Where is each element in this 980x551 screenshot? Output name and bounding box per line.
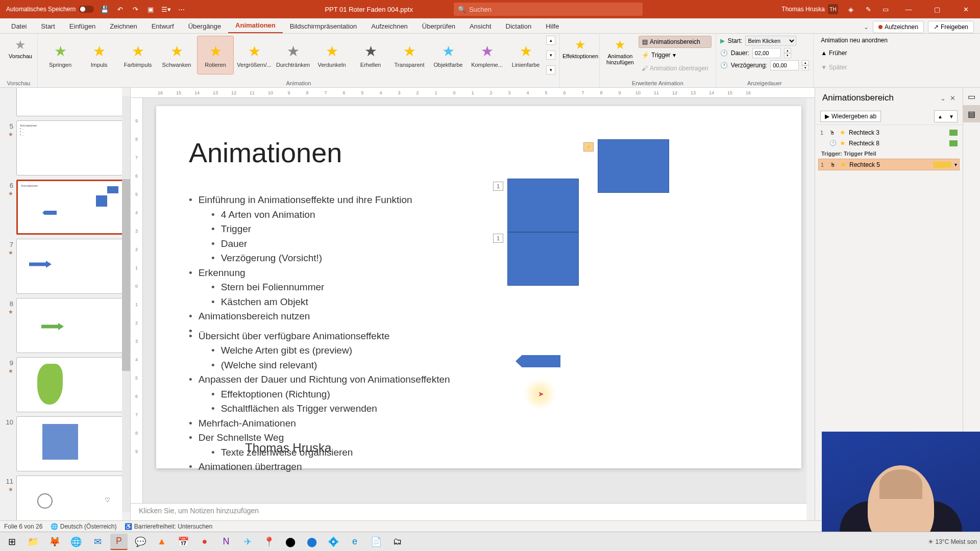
animation-item[interactable]: 🕐★Rechteck 8: [818, 138, 960, 148]
tab-bildschirm[interactable]: Bildschirmpräsentation: [283, 19, 364, 33]
telegram-icon[interactable]: ✈: [239, 534, 256, 550]
animation-item[interactable]: 1🖱★Rechteck 5▾: [818, 159, 960, 170]
tab-datei[interactable]: Datei: [4, 19, 34, 33]
slide-thumbnails[interactable]: 5★Animationen• ...• ...• ... 6★Animation…: [0, 88, 131, 520]
undo-icon[interactable]: ↶: [115, 5, 125, 14]
touch-icon[interactable]: ☰▾: [161, 5, 170, 14]
thumb-9[interactable]: [16, 357, 126, 412]
window-icon[interactable]: ▭: [881, 5, 890, 14]
slide[interactable]: Animationen Einführung in Animationseffe…: [156, 106, 801, 468]
obs-icon[interactable]: ⬤: [282, 534, 299, 550]
tab-zeichnen[interactable]: Zeichnen: [103, 19, 144, 33]
shape-rechteck-3[interactable]: [598, 139, 669, 193]
qat-more-icon[interactable]: ⋯: [177, 5, 186, 14]
effect-schwanken[interactable]: ★Schwanken: [158, 36, 195, 74]
edge-icon[interactable]: e: [346, 534, 363, 550]
anim-tag-1b[interactable]: 1: [493, 234, 503, 243]
play-from-button[interactable]: ▶Wiedergeben ab: [820, 111, 881, 122]
transfer-animation-button[interactable]: 🖌Animation übertragen: [639, 62, 712, 74]
thumb-6[interactable]: Animationen: [16, 180, 126, 235]
slide-title[interactable]: Animationen: [189, 137, 342, 168]
vlc-icon[interactable]: ▲: [153, 534, 170, 550]
anim-tag-1a[interactable]: 1: [493, 182, 503, 191]
thumb-4[interactable]: [16, 88, 126, 116]
present-icon[interactable]: ▣: [146, 5, 155, 14]
app-icon-1[interactable]: 💬: [132, 534, 149, 550]
autosave-toggle[interactable]: Automatisches Speichern: [6, 6, 94, 13]
vertical-ruler[interactable]: 9876543210123456789: [131, 98, 143, 503]
tab-entwurf[interactable]: Entwurf: [144, 19, 181, 33]
slide-canvas-area[interactable]: Animationen Einführung in Animationseffe…: [143, 98, 815, 503]
app-icon-5[interactable]: 💠: [325, 534, 342, 550]
explorer-icon[interactable]: 📁: [24, 534, 42, 550]
onenote-icon[interactable]: N: [217, 534, 235, 550]
sketch-icon[interactable]: ✎: [864, 5, 873, 14]
save-icon[interactable]: 💾: [100, 5, 109, 14]
powerpoint-icon[interactable]: P: [110, 534, 128, 550]
thumb-7[interactable]: [16, 239, 126, 294]
collapse-ribbon-icon[interactable]: ⌄: [864, 23, 869, 31]
earlier-button[interactable]: ▲Früher: [818, 47, 891, 59]
side-tab-animation[interactable]: ▤: [963, 105, 980, 122]
gallery-up-button[interactable]: ▴: [546, 36, 555, 45]
tab-animationen[interactable]: Animationen: [228, 18, 283, 33]
record-button[interactable]: Aufzeichnen: [873, 21, 924, 33]
record-app-icon[interactable]: ⬤: [303, 534, 321, 550]
effect-objektfarbe[interactable]: ★Objektfarbe: [430, 36, 467, 74]
later-button[interactable]: ▼Später: [818, 61, 891, 73]
effect-verdunkeln[interactable]: ★Verdunkeln: [313, 36, 350, 74]
tab-ueberpruefen[interactable]: Überprüfen: [415, 19, 462, 33]
shape-rechteck-8a[interactable]: [507, 179, 579, 232]
tab-ansicht[interactable]: Ansicht: [462, 19, 499, 33]
thumb-10[interactable]: [16, 416, 126, 471]
tab-dictation[interactable]: Dictation: [499, 19, 539, 33]
effect-linienfarbe[interactable]: ★Linienfarbe: [507, 36, 544, 74]
app-icon-4[interactable]: 📍: [260, 534, 278, 550]
move-up-button[interactable]: ▲: [935, 111, 946, 122]
effect-farbimpuls[interactable]: ★Farbimpuls: [119, 36, 156, 74]
weather-widget[interactable]: ☀ 13°C Meist son: [928, 538, 977, 545]
effect-erhellen[interactable]: ★Erhellen: [352, 36, 389, 74]
slide-body[interactable]: Einführung in Animationseffekte und ihre…: [189, 193, 450, 474]
minimize-button[interactable]: —: [898, 2, 919, 16]
animation-item[interactable]: 1🖱★Rechteck 3: [818, 127, 960, 138]
start-select[interactable]: Beim Klicken: [745, 36, 796, 46]
editor-vertical-scrollbar[interactable]: [806, 98, 815, 520]
user-account[interactable]: Thomas Hruska TH: [781, 4, 838, 14]
diamond-icon[interactable]: ◈: [846, 5, 855, 14]
preview-button[interactable]: ★ Vorschau: [4, 36, 37, 61]
pane-close-icon[interactable]: ✕: [950, 94, 955, 102]
gallery-down-button[interactable]: ▾: [546, 51, 555, 60]
slide-author[interactable]: Thomas Hruska: [245, 441, 331, 455]
tab-aufzeichnen[interactable]: Aufzeichnen: [364, 19, 415, 33]
side-tab-format[interactable]: ▭: [963, 88, 980, 105]
accessibility-check[interactable]: ♿ Barrierefreiheit: Untersuchen: [125, 523, 212, 530]
tab-hilfe[interactable]: Hilfe: [538, 19, 566, 33]
trigger-button[interactable]: ⚡Trigger▾: [639, 49, 712, 61]
animation-pane-toggle[interactable]: ▤Animationsbereich: [639, 36, 712, 48]
search-input[interactable]: [469, 6, 639, 13]
outlook-icon[interactable]: ✉: [89, 534, 106, 550]
tab-start[interactable]: Start: [34, 19, 62, 33]
app-icon-6[interactable]: 📄: [368, 534, 385, 550]
effect-impuls[interactable]: ★Impuls: [81, 36, 117, 74]
tab-uebergaenge[interactable]: Übergänge: [181, 19, 228, 33]
effect-vergroessern[interactable]: ★Vergrößern/...: [236, 36, 273, 74]
slide-counter[interactable]: Folie 6 von 26: [4, 523, 42, 530]
shape-rechteck-8b[interactable]: [507, 232, 579, 286]
thumb-11[interactable]: ♡: [16, 475, 126, 520]
add-animation-button[interactable]: ★ Animation hinzufügen: [604, 36, 636, 74]
effect-options-button[interactable]: ★ Effektoptionen: [564, 36, 597, 61]
move-down-button[interactable]: ▼: [946, 111, 957, 122]
anim-tag-lightning[interactable]: ⚡: [583, 142, 594, 152]
maximize-button[interactable]: ▢: [927, 2, 947, 16]
redo-icon[interactable]: ↷: [131, 5, 140, 14]
horizontal-ruler[interactable]: 1615141312111098765432101234567891011121…: [131, 88, 815, 98]
app-icon-3[interactable]: ●: [196, 534, 213, 550]
effect-komplement[interactable]: ★Kompleme...: [469, 36, 505, 74]
start-button[interactable]: ⊞: [3, 534, 20, 550]
effect-transparent[interactable]: ★Transparent: [391, 36, 428, 74]
firefox-icon[interactable]: 🦊: [46, 534, 63, 550]
close-button[interactable]: ✕: [955, 2, 976, 16]
duration-input[interactable]: [752, 48, 781, 58]
